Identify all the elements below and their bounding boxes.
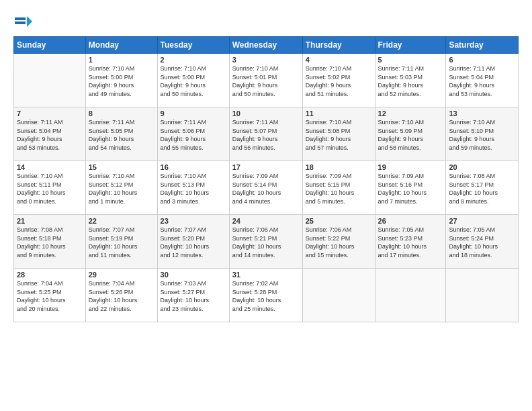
- calendar-body: 1Sunrise: 7:10 AM Sunset: 5:00 PM Daylig…: [14, 54, 519, 322]
- day-info: Sunrise: 7:10 AM Sunset: 5:09 PM Dayligh…: [378, 118, 443, 152]
- day-info: Sunrise: 7:06 AM Sunset: 5:22 PM Dayligh…: [306, 226, 372, 259]
- day-info: Sunrise: 7:07 AM Sunset: 5:20 PM Dayligh…: [161, 226, 226, 259]
- calendar-cell: 18Sunrise: 7:09 AM Sunset: 5:15 PM Dayli…: [302, 161, 375, 215]
- calendar-cell: [14, 54, 86, 107]
- weekday-header-monday: Monday: [85, 37, 157, 54]
- day-info: Sunrise: 7:07 AM Sunset: 5:19 PM Dayligh…: [89, 226, 154, 259]
- day-number: 12: [378, 109, 443, 118]
- day-number: 28: [17, 271, 83, 279]
- calendar-cell: 21Sunrise: 7:08 AM Sunset: 5:18 PM Dayli…: [14, 215, 86, 269]
- day-info: Sunrise: 7:10 AM Sunset: 5:01 PM Dayligh…: [232, 64, 300, 98]
- day-info: Sunrise: 7:09 AM Sunset: 5:15 PM Dayligh…: [306, 172, 372, 205]
- calendar-cell: 29Sunrise: 7:04 AM Sunset: 5:26 PM Dayli…: [85, 269, 157, 322]
- day-number: 27: [449, 217, 515, 225]
- page-header: [13, 12, 519, 31]
- calendar-cell: [302, 269, 375, 322]
- day-info: Sunrise: 7:04 AM Sunset: 5:26 PM Dayligh…: [89, 279, 154, 313]
- calendar-cell: 10Sunrise: 7:11 AM Sunset: 5:07 PM Dayli…: [229, 107, 302, 161]
- day-info: Sunrise: 7:06 AM Sunset: 5:21 PM Dayligh…: [232, 226, 300, 259]
- day-info: Sunrise: 7:11 AM Sunset: 5:04 PM Dayligh…: [17, 118, 83, 152]
- day-number: 25: [306, 217, 372, 225]
- weekday-header-friday: Friday: [375, 37, 446, 54]
- calendar-cell: 13Sunrise: 7:10 AM Sunset: 5:10 PM Dayli…: [446, 107, 519, 161]
- day-info: Sunrise: 7:05 AM Sunset: 5:23 PM Dayligh…: [378, 226, 443, 259]
- day-info: Sunrise: 7:11 AM Sunset: 5:06 PM Dayligh…: [161, 118, 226, 152]
- calendar-cell: 2Sunrise: 7:10 AM Sunset: 5:00 PM Daylig…: [157, 54, 229, 107]
- day-number: 5: [378, 56, 443, 64]
- day-number: 26: [378, 217, 443, 225]
- day-info: Sunrise: 7:10 AM Sunset: 5:13 PM Dayligh…: [161, 172, 226, 205]
- day-info: Sunrise: 7:08 AM Sunset: 5:18 PM Dayligh…: [17, 226, 83, 259]
- day-number: 31: [232, 271, 300, 279]
- day-number: 13: [449, 109, 515, 118]
- day-info: Sunrise: 7:08 AM Sunset: 5:17 PM Dayligh…: [449, 172, 515, 205]
- weekday-header-sunday: Sunday: [14, 37, 86, 54]
- day-info: Sunrise: 7:10 AM Sunset: 5:10 PM Dayligh…: [449, 118, 515, 152]
- calendar-cell: 28Sunrise: 7:04 AM Sunset: 5:25 PM Dayli…: [14, 269, 86, 322]
- day-number: 20: [449, 163, 515, 171]
- calendar-cell: 5Sunrise: 7:11 AM Sunset: 5:03 PM Daylig…: [375, 54, 446, 107]
- day-info: Sunrise: 7:03 AM Sunset: 5:27 PM Dayligh…: [161, 279, 226, 313]
- calendar-cell: [446, 269, 519, 322]
- calendar-cell: 23Sunrise: 7:07 AM Sunset: 5:20 PM Dayli…: [157, 215, 229, 269]
- calendar-cell: 20Sunrise: 7:08 AM Sunset: 5:17 PM Dayli…: [446, 161, 519, 215]
- calendar-cell: 11Sunrise: 7:10 AM Sunset: 5:08 PM Dayli…: [302, 107, 375, 161]
- weekday-header-row: SundayMondayTuesdayWednesdayThursdayFrid…: [14, 37, 519, 54]
- calendar-cell: 8Sunrise: 7:11 AM Sunset: 5:05 PM Daylig…: [85, 107, 157, 161]
- svg-rect-2: [15, 21, 26, 24]
- day-info: Sunrise: 7:10 AM Sunset: 5:12 PM Dayligh…: [89, 172, 154, 205]
- calendar-cell: [375, 269, 446, 322]
- calendar-week-3: 14Sunrise: 7:10 AM Sunset: 5:11 PM Dayli…: [14, 161, 519, 215]
- calendar-week-1: 1Sunrise: 7:10 AM Sunset: 5:00 PM Daylig…: [14, 54, 519, 107]
- calendar-cell: 19Sunrise: 7:09 AM Sunset: 5:16 PM Dayli…: [375, 161, 446, 215]
- day-number: 21: [17, 217, 83, 225]
- calendar-cell: 25Sunrise: 7:06 AM Sunset: 5:22 PM Dayli…: [302, 215, 375, 269]
- day-info: Sunrise: 7:10 AM Sunset: 5:11 PM Dayligh…: [17, 172, 83, 205]
- day-info: Sunrise: 7:02 AM Sunset: 5:28 PM Dayligh…: [232, 279, 300, 313]
- calendar-cell: 7Sunrise: 7:11 AM Sunset: 5:04 PM Daylig…: [14, 107, 86, 161]
- calendar-week-2: 7Sunrise: 7:11 AM Sunset: 5:04 PM Daylig…: [14, 107, 519, 161]
- svg-marker-3: [27, 16, 32, 27]
- calendar-cell: 15Sunrise: 7:10 AM Sunset: 5:12 PM Dayli…: [85, 161, 157, 215]
- day-number: 4: [306, 56, 372, 64]
- day-number: 10: [232, 109, 300, 118]
- calendar-cell: 16Sunrise: 7:10 AM Sunset: 5:13 PM Dayli…: [157, 161, 229, 215]
- day-info: Sunrise: 7:11 AM Sunset: 5:07 PM Dayligh…: [232, 118, 300, 152]
- day-info: Sunrise: 7:09 AM Sunset: 5:14 PM Dayligh…: [232, 172, 300, 205]
- calendar-week-4: 21Sunrise: 7:08 AM Sunset: 5:18 PM Dayli…: [14, 215, 519, 269]
- day-number: 17: [232, 163, 300, 171]
- weekday-header-saturday: Saturday: [446, 37, 519, 54]
- day-number: 3: [232, 56, 300, 64]
- calendar-cell: 31Sunrise: 7:02 AM Sunset: 5:28 PM Dayli…: [229, 269, 302, 322]
- calendar-cell: 17Sunrise: 7:09 AM Sunset: 5:14 PM Dayli…: [229, 161, 302, 215]
- day-info: Sunrise: 7:11 AM Sunset: 5:05 PM Dayligh…: [89, 118, 154, 152]
- calendar-cell: 22Sunrise: 7:07 AM Sunset: 5:19 PM Dayli…: [85, 215, 157, 269]
- day-number: 29: [89, 271, 154, 279]
- calendar-cell: 6Sunrise: 7:11 AM Sunset: 5:04 PM Daylig…: [446, 54, 519, 107]
- day-number: 14: [17, 163, 83, 171]
- calendar-cell: 1Sunrise: 7:10 AM Sunset: 5:00 PM Daylig…: [85, 54, 157, 107]
- day-info: Sunrise: 7:10 AM Sunset: 5:02 PM Dayligh…: [306, 64, 372, 98]
- day-number: 7: [17, 109, 83, 118]
- day-number: 11: [306, 109, 372, 118]
- day-info: Sunrise: 7:10 AM Sunset: 5:00 PM Dayligh…: [89, 64, 154, 98]
- svg-rect-1: [15, 17, 26, 20]
- calendar-cell: 9Sunrise: 7:11 AM Sunset: 5:06 PM Daylig…: [157, 107, 229, 161]
- calendar-cell: 27Sunrise: 7:05 AM Sunset: 5:24 PM Dayli…: [446, 215, 519, 269]
- day-info: Sunrise: 7:11 AM Sunset: 5:04 PM Dayligh…: [449, 64, 515, 98]
- day-info: Sunrise: 7:04 AM Sunset: 5:25 PM Dayligh…: [17, 279, 83, 313]
- day-number: 2: [161, 56, 226, 64]
- calendar-cell: 4Sunrise: 7:10 AM Sunset: 5:02 PM Daylig…: [302, 54, 375, 107]
- day-info: Sunrise: 7:11 AM Sunset: 5:03 PM Dayligh…: [378, 64, 443, 98]
- day-number: 9: [161, 109, 226, 118]
- calendar-week-5: 28Sunrise: 7:04 AM Sunset: 5:25 PM Dayli…: [14, 269, 519, 322]
- day-number: 19: [378, 163, 443, 171]
- day-number: 24: [232, 217, 300, 225]
- day-number: 8: [89, 109, 154, 118]
- calendar-table: SundayMondayTuesdayWednesdayThursdayFrid…: [13, 36, 519, 322]
- day-number: 6: [449, 56, 515, 64]
- weekday-header-wednesday: Wednesday: [229, 37, 302, 54]
- logo: [13, 12, 35, 31]
- weekday-header-thursday: Thursday: [302, 37, 375, 54]
- day-number: 22: [89, 217, 154, 225]
